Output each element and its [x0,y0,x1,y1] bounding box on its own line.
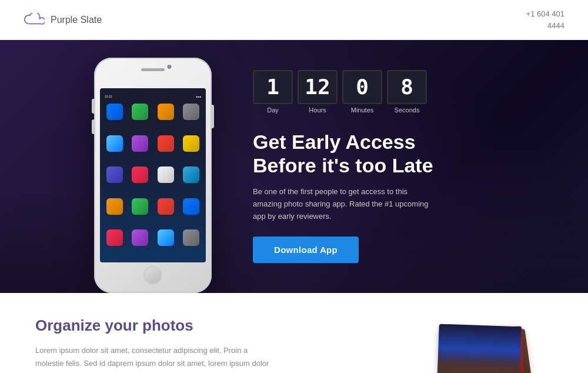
countdown-hours: 12 Hours [298,70,338,114]
phone-home-button [143,266,162,285]
app-icon [158,135,174,152]
lower-title: Organize your photos [35,317,400,335]
app-icon [106,135,123,152]
countdown-hours-label: Hours [298,106,338,114]
logo-text: Purple Slate [51,15,102,25]
phone-speaker [141,68,165,71]
countdown-minutes: 0 Minutes [342,70,382,114]
photo-stack [435,322,541,373]
phone-side-button [212,105,214,128]
phone-vol-up-button [92,99,94,114]
countdown-day-value: 1 [253,70,293,104]
countdown-day-label: Day [253,106,293,114]
download-app-button[interactable]: Download App [253,237,359,263]
logo-area: Purple Slate [24,13,102,27]
phone-body: 10:10●●● [94,58,212,293]
hero-content: 1 Day 12 Hours 0 Minutes 8 Seconds Get E… [253,70,435,264]
app-icon [158,104,174,120]
hero-title: Get Early Access Before it's too Late [253,130,435,178]
phone-vol-down-button [92,119,94,134]
phone-screen: 10:10●●● [100,88,206,262]
app-icon [158,166,174,183]
hero-subtitle: Be one of the first people to get access… [253,186,435,222]
app-icon [183,135,199,152]
app-icon [132,166,148,183]
lower-section: Organize your photos Lorem ipsum dolor s… [0,293,588,373]
lower-body-text: Lorem ipsum dolor sit amet, consectetur … [35,344,270,373]
app-icon [183,104,199,120]
hero-section: 10:10●●● [0,40,588,293]
app-icon [132,198,148,215]
app-icon [106,198,123,215]
app-icon [132,229,148,246]
app-icon [158,198,174,215]
app-icon [106,104,123,120]
lower-image [423,317,553,373]
countdown-seconds-label: Seconds [387,106,427,114]
app-icon [158,229,174,246]
countdown-seconds-value: 8 [387,70,427,104]
app-icon [132,104,148,120]
countdown-seconds: 8 Seconds [387,70,427,114]
app-icon [106,229,123,246]
app-icon [132,135,148,152]
countdown-day: 1 Day [253,70,293,114]
header-phone: +1 604 401 4444 [526,8,564,31]
lower-content: Organize your photos Lorem ipsum dolor s… [35,317,400,373]
app-icon [183,198,199,215]
countdown-timer: 1 Day 12 Hours 0 Minutes 8 Seconds [253,70,435,114]
cloud-icon [24,13,45,27]
app-icon [183,229,199,246]
countdown-minutes-label: Minutes [342,106,382,114]
photo-card-front [437,324,521,373]
app-icon [183,166,199,183]
phone-camera [168,65,172,69]
phone-mockup: 10:10●●● [88,52,218,293]
countdown-hours-value: 12 [298,70,338,104]
app-icon [106,166,123,183]
countdown-minutes-value: 0 [342,70,382,104]
header: Purple Slate +1 604 401 4444 [0,0,588,40]
